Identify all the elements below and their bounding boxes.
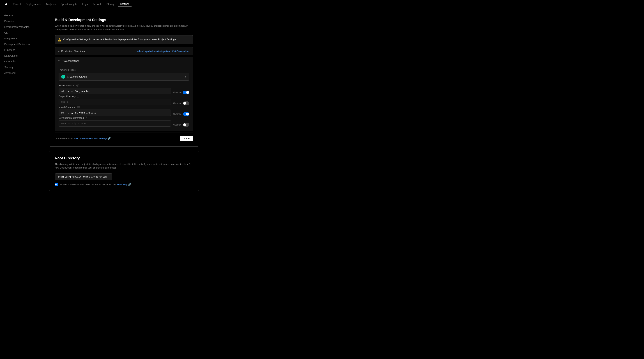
install-command-help-icon[interactable]: ? [77,106,80,108]
root-section-title: Root Directory [55,156,193,160]
install-command-toggle[interactable] [183,112,190,116]
save-button[interactable]: Save [180,136,193,141]
dev-command-field: Development Command ? Override [58,117,190,127]
root-directory-section: Root Directory The directory within your… [49,151,199,191]
build-command-override-label: Override [173,91,182,94]
build-section-desc: When using a framework for a new project… [55,24,193,32]
root-section-desc: The directory within your project, in wh… [55,162,193,170]
build-footer-text: Learn more about Build and Development S… [55,137,111,140]
framework-preset-label: Framework Preset [58,69,190,71]
output-dir-override-label: Override [173,102,182,105]
chevron-right-icon: ▶ [58,50,60,53]
build-dev-settings-section: Build & Development Settings When using … [49,13,199,147]
framework-name: Create React App [67,75,87,78]
build-command-input[interactable] [58,88,171,94]
project-settings-section: ▼ Project Settings Framework Preset C Cr… [55,57,193,131]
warning-icon: ⚠️ [58,38,62,42]
nav-speed-insights[interactable]: Speed Insights [58,2,80,6]
output-dir-help-icon[interactable]: ? [77,95,79,98]
dev-command-toggle[interactable] [183,123,190,127]
production-overrides-label: Production Overrides [61,50,85,53]
sidebar-item-integrations[interactable]: Integrations [0,36,43,41]
nav-settings[interactable]: Settings [118,2,132,7]
nav-project[interactable]: Project [11,2,23,6]
sidebar-item-functions[interactable]: Functions [0,47,43,53]
logo[interactable] [4,2,8,7]
dev-command-help-icon[interactable]: ? [85,117,87,119]
sidebar-item-domains[interactable]: Domains [0,18,43,24]
main-content: Build & Development Settings When using … [43,8,205,359]
production-overrides-row: ▶ Production Overrides web-sdks-prebuilt… [55,47,193,55]
nav-storage[interactable]: Storage [104,2,118,6]
production-overrides-header[interactable]: ▶ Production Overrides web-sdks-prebuilt… [55,47,193,55]
build-command-help-icon[interactable]: ? [76,84,79,87]
output-dir-override: Override [173,98,190,105]
output-dir-toggle[interactable] [183,101,190,105]
project-settings-header[interactable]: ▼ Project Settings [55,57,193,65]
nav-analytics[interactable]: Analytics [43,2,58,6]
install-command-override-label: Override [173,113,182,115]
root-checkbox-row: Include source files outside of the Root… [55,183,193,186]
root-checkbox[interactable] [55,183,58,186]
output-dir-label: Output Directory [58,95,76,98]
sidebar-item-deployment-protection[interactable]: Deployment Protection [0,41,43,47]
framework-icon: C [61,75,65,79]
build-command-override: Override [173,87,190,94]
sidebar-item-advanced[interactable]: Advanced [0,70,43,76]
build-step-link[interactable]: Build Step 🔗 [117,183,131,186]
nav-logs[interactable]: Logs [80,2,90,6]
production-overrides-link[interactable]: web-sdks-prebuilt-react-integration-1ftl… [136,50,190,53]
root-checkbox-label: Include source files outside of the Root… [60,183,132,186]
dev-command-override-label: Override [173,124,182,126]
output-dir-field: Output Directory ? Override [58,95,190,105]
build-footer-link[interactable]: Build and Development Settings 🔗 [74,137,111,140]
sidebar-item-data-cache[interactable]: Data Cache [0,53,43,59]
dev-command-label: Development Command [58,117,84,119]
root-dir-input[interactable] [55,173,112,180]
warning-banner: ⚠️ Configuration Settings in the current… [55,35,193,44]
sidebar-item-general[interactable]: General [0,13,43,18]
chevron-down-icon: ▼ [58,60,60,62]
output-dir-input[interactable] [58,99,171,105]
project-settings-label: Project Settings [62,60,80,62]
project-settings-body: Framework Preset C Create React App ▼ [55,65,193,131]
build-command-field: Build Command ? Override [58,84,190,94]
warning-text: Configuration Settings in the current Pr… [63,38,177,41]
install-command-label: Install Command [58,106,76,109]
build-command-toggle[interactable] [183,91,190,94]
install-command-input[interactable] [58,110,171,116]
select-chevron-icon: ▼ [184,75,187,78]
framework-select[interactable]: C Create React App ▼ [58,73,190,81]
sidebar-item-git[interactable]: Git [0,30,43,36]
framework-select-wrapper: C Create React App ▼ [58,73,190,81]
install-command-override: Override [173,108,190,116]
install-command-field: Install Command ? Override [58,106,190,116]
sidebar-item-cron-jobs[interactable]: Cron Jobs [0,59,43,64]
build-command-label: Build Command [58,84,75,87]
sidebar-item-env-vars[interactable]: Environment Variables [0,24,43,30]
sidebar: General Domains Environment Variables Gi… [0,8,43,359]
nav-deployments[interactable]: Deployments [24,2,43,6]
nav-firewall[interactable]: Firewall [90,2,104,6]
top-nav: Project Deployments Analytics Speed Insi… [0,0,644,8]
sidebar-item-security[interactable]: Security [0,64,43,70]
dev-command-override: Override [173,119,190,127]
build-section-footer: Learn more about Build and Development S… [55,133,193,141]
build-section-title: Build & Development Settings [55,18,193,22]
dev-command-input[interactable] [58,120,171,127]
